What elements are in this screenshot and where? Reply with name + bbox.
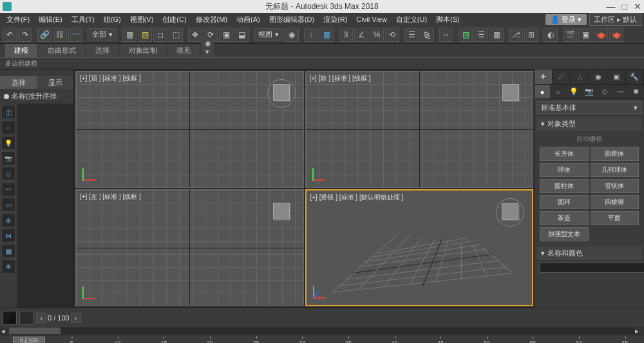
time-slider[interactable]: 0 / 100 05101520253035404550556065 xyxy=(0,335,644,343)
viewport-label[interactable]: [+] [左 ] [标准 ] [线框 ] xyxy=(80,192,141,201)
display-lights-icon[interactable]: 💡 xyxy=(1,136,15,150)
schematic-view-button[interactable]: ⊞ xyxy=(524,28,538,42)
object-name-input[interactable] xyxy=(540,263,644,273)
viewport-layout-alt-button[interactable] xyxy=(19,311,33,325)
display-shapes-icon[interactable]: ○ xyxy=(1,120,15,134)
link-button[interactable]: 🔗 xyxy=(37,28,52,42)
render-setup-button[interactable]: 🎬 xyxy=(563,28,577,42)
hierarchy-tab[interactable]: ⛬ xyxy=(571,70,589,84)
spinner-snap-button[interactable]: ⟲ xyxy=(385,28,399,42)
ribbon-tab-selection[interactable]: 选择 xyxy=(86,44,118,57)
shapes-icon[interactable]: ○ xyxy=(550,85,565,98)
bind-spacewarp-button[interactable]: 〰 xyxy=(68,28,82,42)
named-selection-button[interactable]: ☰ xyxy=(404,28,419,42)
menu-customize[interactable]: 自定义(U) xyxy=(392,14,431,26)
mirror-button[interactable]: ⧎ xyxy=(420,28,434,42)
pager-next[interactable]: › xyxy=(71,313,81,323)
viewport-left[interactable]: [+] [左 ] [标准 ] [线框 ] xyxy=(75,189,304,306)
subcategory-dropdown[interactable]: 标准基本体▾ xyxy=(536,101,642,114)
ribbon-tab-more[interactable]: ◉ ▾ xyxy=(201,38,214,57)
unlink-button[interactable]: ⛓ xyxy=(53,28,67,42)
ribbon-tab-populate[interactable]: 填充 xyxy=(167,44,200,57)
close-button[interactable]: ✕ xyxy=(634,1,641,12)
pager-prev[interactable]: ‹ xyxy=(36,313,46,323)
scene-tab-display[interactable]: 显示 xyxy=(37,76,73,89)
rollout-header[interactable]: ▾ 对象类型 xyxy=(537,117,641,131)
percent-snap-button[interactable]: % xyxy=(370,28,384,42)
menu-group[interactable]: 组(G) xyxy=(100,14,125,26)
motion-tab[interactable]: ◉ xyxy=(589,70,607,84)
autogrid-checkbox[interactable]: 自动栅格 xyxy=(540,133,639,145)
create-tab[interactable]: ✚ xyxy=(535,70,553,84)
display-spacewarps-icon[interactable]: 〰 xyxy=(1,182,15,196)
viewport-top[interactable]: [+] [顶 ] [标准 ] [线框 ] xyxy=(75,71,304,188)
ref-coord-dropdown[interactable]: 视图 ▾ xyxy=(254,28,283,41)
select-region-rect-button[interactable]: ◻ xyxy=(153,28,167,42)
geometry-icon[interactable]: ● xyxy=(535,85,550,98)
viewport-label[interactable]: [+] [前 ] [标准 ] [线框 ] xyxy=(310,74,371,83)
select-object-button[interactable]: ▦ xyxy=(122,28,137,42)
menu-edit[interactable]: 编辑(E) xyxy=(35,14,66,26)
viewcube[interactable] xyxy=(269,80,294,106)
render-production-button[interactable]: 🫖 xyxy=(594,28,608,42)
rollout-header[interactable]: ▾ 名称和颜色 xyxy=(537,246,641,260)
sphere-button[interactable]: 球体 xyxy=(540,163,589,177)
menu-file[interactable]: 文件(F) xyxy=(3,14,33,26)
display-geometry-icon[interactable]: ◫ xyxy=(1,105,15,119)
menu-rendering[interactable]: 渲染(R) xyxy=(319,14,351,26)
ribbon-tab-objpaint[interactable]: 对象绘制 xyxy=(120,44,166,57)
select-scale-button[interactable]: ▣ xyxy=(219,28,233,42)
scene-tab-select[interactable]: 选择 xyxy=(0,76,37,89)
cameras-icon[interactable]: 📷 xyxy=(582,85,597,98)
angle-snap-button[interactable]: ∠ xyxy=(354,28,368,42)
menu-scripting[interactable]: 脚本(S) xyxy=(432,14,464,26)
display-bones-icon[interactable]: ⋈ xyxy=(1,228,15,243)
menu-animation[interactable]: 动画(A) xyxy=(232,14,264,26)
display-tab[interactable]: ▣ xyxy=(607,70,625,84)
plane-button[interactable]: 平面 xyxy=(591,211,639,225)
viewport-label[interactable]: [+] [透视 ] [标准 ] [默认明暗处理 ] xyxy=(310,193,404,202)
viewcube[interactable] xyxy=(269,199,294,225)
viewport-perspective[interactable]: [+] [透视 ] [标准 ] [默认明暗处理 ] xyxy=(305,189,534,306)
name-column-header[interactable]: 名称(按升序排 xyxy=(12,91,57,101)
redo-button[interactable]: ↷ xyxy=(18,28,32,42)
select-manipulate-button[interactable]: ↕ xyxy=(304,28,318,42)
viewport-label[interactable]: [+] [顶 ] [标准 ] [线框 ] xyxy=(80,74,141,83)
select-by-name-button[interactable]: ▤ xyxy=(138,28,152,42)
render-iterative-button[interactable]: 🫖 xyxy=(609,28,623,42)
display-cameras-icon[interactable]: 📷 xyxy=(1,151,15,165)
select-move-button[interactable]: ✥ xyxy=(188,28,202,42)
menu-view[interactable]: 视图(V) xyxy=(126,14,158,26)
cone-button[interactable]: 圆锥体 xyxy=(591,147,639,161)
align-button[interactable]: ↔ xyxy=(439,28,453,42)
display-containers-icon[interactable]: ▦ xyxy=(1,244,15,258)
menu-civilview[interactable]: Civil View xyxy=(352,14,390,24)
teapot-button[interactable]: 茶壶 xyxy=(540,211,589,225)
viewcube[interactable] xyxy=(497,199,523,225)
display-helpers-icon[interactable]: ◇ xyxy=(1,167,15,181)
menu-tools[interactable]: 工具(T) xyxy=(68,14,99,26)
keyboard-shortcut-button[interactable]: ▦ xyxy=(319,28,334,42)
menu-create[interactable]: 创建(C) xyxy=(158,14,190,26)
ribbon-tab-modeling[interactable]: 建模 xyxy=(5,44,37,57)
lights-icon[interactable]: 💡 xyxy=(566,85,582,98)
maximize-button[interactable]: □ xyxy=(622,1,627,12)
spacewarps-icon[interactable]: 〰 xyxy=(612,85,628,98)
select-place-button[interactable]: ⬓ xyxy=(234,28,249,42)
menu-grapheditors[interactable]: 图形编辑器(D) xyxy=(265,14,318,26)
minimize-button[interactable]: — xyxy=(607,1,616,12)
textplus-button[interactable]: 加强型文本 xyxy=(540,227,589,241)
geosphere-button[interactable]: 几何球体 xyxy=(591,163,639,177)
ribbon-tab-freeform[interactable]: 自由形式 xyxy=(39,44,85,57)
display-frozen-icon[interactable]: ❄ xyxy=(1,259,15,273)
use-pivot-center-button[interactable]: ◉ xyxy=(285,28,299,42)
login-button[interactable]: 👤登录 ▾ xyxy=(545,14,587,25)
curve-editor-button[interactable]: ⎇ xyxy=(509,28,523,42)
rendered-frame-button[interactable]: ▣ xyxy=(578,28,592,42)
scene-explorer-list[interactable] xyxy=(17,104,73,308)
tube-button[interactable]: 管状体 xyxy=(591,179,639,193)
utilities-tab[interactable]: 🔧 xyxy=(626,70,644,84)
viewport-front[interactable]: [+] [前 ] [标准 ] [线框 ] xyxy=(305,71,534,188)
display-groups-icon[interactable]: ▭ xyxy=(1,198,15,212)
material-editor-button[interactable]: ◐ xyxy=(544,28,558,42)
